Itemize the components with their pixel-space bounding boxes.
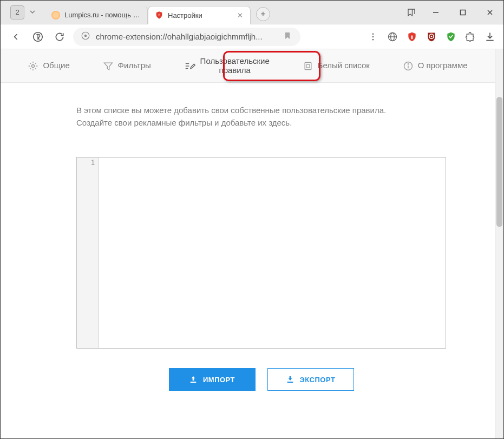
reload-button[interactable] xyxy=(51,29,68,45)
chevron-down-icon xyxy=(30,9,35,15)
svg-point-13 xyxy=(431,35,433,37)
yandex-home-button[interactable] xyxy=(30,29,46,45)
nav-label: Белый список xyxy=(318,61,370,70)
info-icon xyxy=(403,61,414,71)
url-text: chrome-extension://ohahllgiabjaoigichmmf… xyxy=(96,32,278,41)
minimize-button[interactable] xyxy=(422,1,449,24)
bookmark-icon[interactable] xyxy=(283,31,293,42)
adguard-favicon-icon xyxy=(155,11,163,19)
scrollbar[interactable] xyxy=(495,49,503,438)
nav-about[interactable]: О программе xyxy=(396,57,474,75)
tab-settings[interactable]: Настройки ✕ xyxy=(148,6,251,24)
settings-nav: Общие Фильтры Пользовательские правила xyxy=(1,49,495,83)
downloads-icon[interactable] xyxy=(484,31,496,43)
site-info-icon[interactable] xyxy=(81,31,90,42)
url-field[interactable]: chrome-extension://ohahllgiabjaoigichmmf… xyxy=(73,28,300,46)
rules-editor[interactable]: 1 xyxy=(76,157,446,349)
shield-green-icon[interactable] xyxy=(445,31,457,43)
maximize-button[interactable] xyxy=(449,1,476,24)
svg-point-14 xyxy=(32,64,35,67)
download-icon xyxy=(286,375,294,384)
gear-icon xyxy=(28,61,38,71)
tab-counter[interactable]: 2 xyxy=(10,5,24,19)
export-button[interactable]: ЭКСПОРТ xyxy=(267,368,354,391)
funnel-icon xyxy=(103,61,114,71)
buttons-row: ИМПОРТ ЭКСПОРТ xyxy=(76,368,446,391)
editor-gutter: 1 xyxy=(77,158,99,348)
tab-dropdown[interactable] xyxy=(27,6,38,19)
svg-point-19 xyxy=(306,64,310,68)
page-description: В этом списке вы можете добавить свои со… xyxy=(76,104,390,129)
shield-red-icon[interactable] xyxy=(406,31,418,43)
menu-dots-icon[interactable] xyxy=(367,31,379,43)
svg-point-6 xyxy=(372,36,374,37)
back-button[interactable] xyxy=(8,29,24,45)
nav-label: Пользовательские правила xyxy=(200,57,270,75)
page-body: В этом списке вы можете добавить свои со… xyxy=(1,83,495,402)
nav-general[interactable]: Общие xyxy=(21,57,76,75)
whitelist-icon xyxy=(303,61,313,71)
close-icon[interactable]: ✕ xyxy=(236,11,244,19)
import-button[interactable]: ИМПОРТ xyxy=(169,368,256,391)
lumpics-favicon-icon xyxy=(51,11,60,19)
nav-label: Общие xyxy=(43,61,69,70)
button-label: ИМПОРТ xyxy=(203,376,235,384)
svg-point-5 xyxy=(372,33,374,34)
tab-lumpics[interactable]: Lumpics.ru - помощь с ком xyxy=(45,6,148,24)
nav-whitelist[interactable]: Белый список xyxy=(296,57,376,75)
svg-point-4 xyxy=(84,35,87,37)
close-window-button[interactable] xyxy=(476,1,503,24)
tab-title: Lumpics.ru - помощь с ком xyxy=(64,11,141,19)
tab-title: Настройки xyxy=(168,11,232,19)
address-bar: chrome-extension://ohahllgiabjaoigichmmf… xyxy=(1,24,503,49)
editor-body[interactable] xyxy=(99,158,446,348)
svg-rect-1 xyxy=(461,10,466,15)
svg-point-22 xyxy=(408,63,408,64)
page-content: Общие Фильтры Пользовательские правила xyxy=(1,49,503,438)
svg-rect-11 xyxy=(411,35,413,39)
nav-label: Фильтры xyxy=(118,61,151,70)
nav-label: О программе xyxy=(418,61,468,70)
edit-list-icon xyxy=(184,60,196,72)
browser-title-bar: 2 Lumpics.ru - помощь с ком Настройки ✕ … xyxy=(1,1,503,24)
extension-icon[interactable] xyxy=(464,31,476,43)
bookmarks-icon[interactable] xyxy=(401,1,422,24)
ublock-icon[interactable] xyxy=(426,31,437,43)
svg-rect-18 xyxy=(305,62,311,69)
new-tab-button[interactable]: + xyxy=(256,7,270,21)
upload-icon xyxy=(189,375,198,384)
line-number: 1 xyxy=(77,159,95,166)
svg-point-7 xyxy=(372,39,374,40)
nav-filters[interactable]: Фильтры xyxy=(96,57,158,75)
nav-user-rules[interactable]: Пользовательские правила xyxy=(178,54,276,78)
button-label: ЭКСПОРТ xyxy=(300,376,336,384)
globe-icon[interactable] xyxy=(387,31,398,43)
